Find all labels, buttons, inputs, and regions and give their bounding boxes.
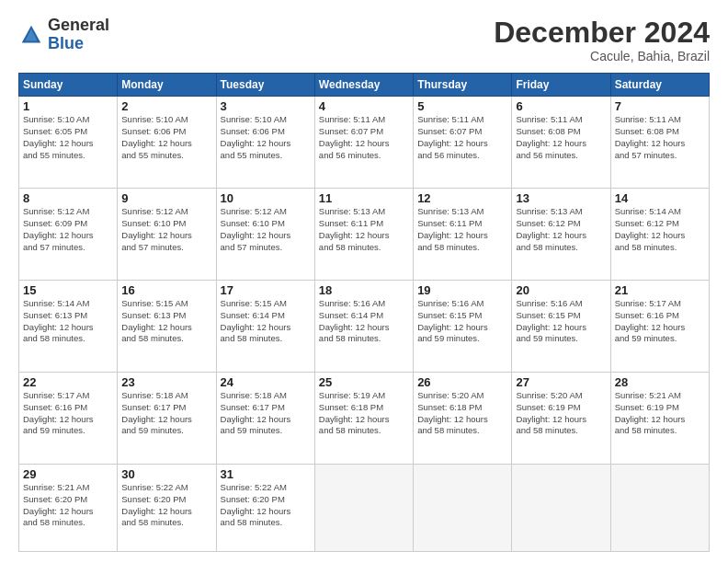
day-info: Sunrise: 5:15 AM Sunset: 6:14 PM Dayligh… [221, 298, 311, 345]
day-number: 16 [121, 283, 211, 297]
calendar-cell: 3Sunrise: 5:10 AM Sunset: 6:06 PM Daylig… [216, 97, 314, 189]
day-info: Sunrise: 5:21 AM Sunset: 6:19 PM Dayligh… [615, 390, 705, 437]
logo-icon [18, 22, 44, 48]
day-info: Sunrise: 5:13 AM Sunset: 6:11 PM Dayligh… [319, 206, 409, 253]
calendar-cell: 19Sunrise: 5:16 AM Sunset: 6:15 PM Dayli… [414, 281, 512, 373]
calendar-cell: 10Sunrise: 5:12 AM Sunset: 6:10 PM Dayli… [216, 189, 314, 281]
logo: General Blue [18, 17, 109, 53]
calendar-cell: 13Sunrise: 5:13 AM Sunset: 6:12 PM Dayli… [512, 189, 610, 281]
day-number: 2 [121, 99, 211, 113]
day-number: 23 [121, 375, 211, 389]
day-number: 27 [516, 375, 606, 389]
calendar-cell: 29Sunrise: 5:21 AM Sunset: 6:20 PM Dayli… [19, 464, 118, 551]
day-info: Sunrise: 5:11 AM Sunset: 6:08 PM Dayligh… [516, 114, 606, 161]
calendar-week-row: 1Sunrise: 5:10 AM Sunset: 6:05 PM Daylig… [19, 97, 710, 189]
day-number: 14 [615, 191, 705, 205]
calendar-cell: 25Sunrise: 5:19 AM Sunset: 6:18 PM Dayli… [314, 372, 413, 464]
calendar-cell: 27Sunrise: 5:20 AM Sunset: 6:19 PM Dayli… [512, 372, 610, 464]
calendar-cell: 15Sunrise: 5:14 AM Sunset: 6:13 PM Dayli… [19, 281, 118, 373]
day-info: Sunrise: 5:17 AM Sunset: 6:16 PM Dayligh… [23, 390, 113, 437]
day-info: Sunrise: 5:18 AM Sunset: 6:17 PM Dayligh… [221, 390, 311, 437]
day-number: 5 [417, 99, 507, 113]
day-info: Sunrise: 5:16 AM Sunset: 6:15 PM Dayligh… [417, 298, 507, 345]
day-info: Sunrise: 5:16 AM Sunset: 6:15 PM Dayligh… [516, 298, 606, 345]
day-info: Sunrise: 5:10 AM Sunset: 6:05 PM Dayligh… [23, 114, 113, 161]
day-number: 8 [23, 191, 113, 205]
logo-general: General [48, 17, 109, 35]
day-info: Sunrise: 5:15 AM Sunset: 6:13 PM Dayligh… [121, 298, 211, 345]
day-info: Sunrise: 5:16 AM Sunset: 6:14 PM Dayligh… [319, 298, 409, 345]
calendar-cell: 14Sunrise: 5:14 AM Sunset: 6:12 PM Dayli… [610, 189, 709, 281]
day-number: 30 [121, 467, 211, 481]
day-number: 15 [23, 283, 113, 297]
calendar-header-wednesday: Wednesday [314, 74, 413, 97]
day-number: 3 [221, 99, 311, 113]
day-info: Sunrise: 5:11 AM Sunset: 6:08 PM Dayligh… [615, 114, 705, 161]
title-area: December 2024 Cacule, Bahia, Brazil [494, 17, 710, 63]
day-number: 12 [417, 191, 507, 205]
day-info: Sunrise: 5:20 AM Sunset: 6:19 PM Dayligh… [516, 390, 606, 437]
day-number: 11 [319, 191, 409, 205]
day-info: Sunrise: 5:14 AM Sunset: 6:13 PM Dayligh… [23, 298, 113, 345]
calendar-week-row: 22Sunrise: 5:17 AM Sunset: 6:16 PM Dayli… [19, 372, 710, 464]
calendar-header-saturday: Saturday [610, 74, 709, 97]
calendar-week-row: 15Sunrise: 5:14 AM Sunset: 6:13 PM Dayli… [19, 281, 710, 373]
calendar-cell: 2Sunrise: 5:10 AM Sunset: 6:06 PM Daylig… [118, 97, 216, 189]
calendar-table: SundayMondayTuesdayWednesdayThursdayFrid… [18, 73, 710, 552]
day-number: 13 [516, 191, 606, 205]
month-title: December 2024 [494, 17, 710, 49]
page: General Blue December 2024 Cacule, Bahia… [0, 0, 728, 563]
calendar-header-monday: Monday [118, 74, 216, 97]
day-info: Sunrise: 5:22 AM Sunset: 6:20 PM Dayligh… [121, 482, 211, 529]
day-number: 17 [221, 283, 311, 297]
calendar-cell [414, 464, 512, 551]
calendar-cell [314, 464, 413, 551]
day-number: 19 [417, 283, 507, 297]
day-info: Sunrise: 5:12 AM Sunset: 6:09 PM Dayligh… [23, 206, 113, 253]
calendar-cell: 26Sunrise: 5:20 AM Sunset: 6:18 PM Dayli… [414, 372, 512, 464]
calendar-cell: 21Sunrise: 5:17 AM Sunset: 6:16 PM Dayli… [610, 281, 709, 373]
calendar-week-row: 8Sunrise: 5:12 AM Sunset: 6:09 PM Daylig… [19, 189, 710, 281]
calendar-header-row: SundayMondayTuesdayWednesdayThursdayFrid… [19, 74, 710, 97]
day-number: 29 [23, 467, 113, 481]
calendar-header-sunday: Sunday [19, 74, 118, 97]
day-info: Sunrise: 5:12 AM Sunset: 6:10 PM Dayligh… [221, 206, 311, 253]
day-number: 18 [319, 283, 409, 297]
logo-text: General Blue [48, 17, 109, 53]
calendar-header-friday: Friday [512, 74, 610, 97]
calendar-cell: 17Sunrise: 5:15 AM Sunset: 6:14 PM Dayli… [216, 281, 314, 373]
day-number: 26 [417, 375, 507, 389]
day-info: Sunrise: 5:19 AM Sunset: 6:18 PM Dayligh… [319, 390, 409, 437]
calendar-cell: 8Sunrise: 5:12 AM Sunset: 6:09 PM Daylig… [19, 189, 118, 281]
day-number: 9 [121, 191, 211, 205]
calendar-cell: 11Sunrise: 5:13 AM Sunset: 6:11 PM Dayli… [314, 189, 413, 281]
location: Cacule, Bahia, Brazil [494, 49, 710, 63]
calendar-cell: 31Sunrise: 5:22 AM Sunset: 6:20 PM Dayli… [216, 464, 314, 551]
calendar-cell: 16Sunrise: 5:15 AM Sunset: 6:13 PM Dayli… [118, 281, 216, 373]
day-number: 31 [221, 467, 311, 481]
calendar-cell: 6Sunrise: 5:11 AM Sunset: 6:08 PM Daylig… [512, 97, 610, 189]
day-info: Sunrise: 5:22 AM Sunset: 6:20 PM Dayligh… [221, 482, 311, 529]
calendar-cell: 30Sunrise: 5:22 AM Sunset: 6:20 PM Dayli… [118, 464, 216, 551]
calendar-cell: 28Sunrise: 5:21 AM Sunset: 6:19 PM Dayli… [610, 372, 709, 464]
calendar-cell: 9Sunrise: 5:12 AM Sunset: 6:10 PM Daylig… [118, 189, 216, 281]
day-info: Sunrise: 5:10 AM Sunset: 6:06 PM Dayligh… [121, 114, 211, 161]
day-number: 1 [23, 99, 113, 113]
calendar-header-thursday: Thursday [414, 74, 512, 97]
day-info: Sunrise: 5:13 AM Sunset: 6:12 PM Dayligh… [516, 206, 606, 253]
day-info: Sunrise: 5:18 AM Sunset: 6:17 PM Dayligh… [121, 390, 211, 437]
logo-blue: Blue [48, 35, 109, 53]
day-info: Sunrise: 5:20 AM Sunset: 6:18 PM Dayligh… [417, 390, 507, 437]
calendar-cell: 7Sunrise: 5:11 AM Sunset: 6:08 PM Daylig… [610, 97, 709, 189]
calendar-cell [610, 464, 709, 551]
day-number: 10 [221, 191, 311, 205]
calendar-cell: 18Sunrise: 5:16 AM Sunset: 6:14 PM Dayli… [314, 281, 413, 373]
calendar-cell: 12Sunrise: 5:13 AM Sunset: 6:11 PM Dayli… [414, 189, 512, 281]
day-number: 7 [615, 99, 705, 113]
day-info: Sunrise: 5:13 AM Sunset: 6:11 PM Dayligh… [417, 206, 507, 253]
day-info: Sunrise: 5:17 AM Sunset: 6:16 PM Dayligh… [615, 298, 705, 345]
calendar-cell: 22Sunrise: 5:17 AM Sunset: 6:16 PM Dayli… [19, 372, 118, 464]
day-number: 22 [23, 375, 113, 389]
day-info: Sunrise: 5:12 AM Sunset: 6:10 PM Dayligh… [121, 206, 211, 253]
day-number: 28 [615, 375, 705, 389]
